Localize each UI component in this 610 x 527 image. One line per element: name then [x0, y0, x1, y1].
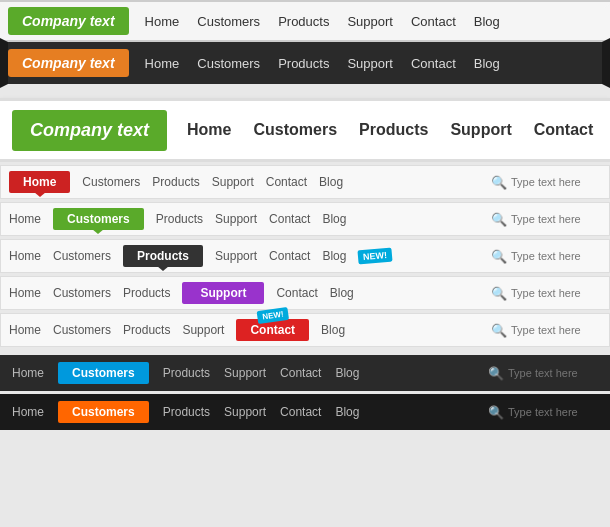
tab-customers-8[interactable]: Customers: [53, 323, 111, 337]
tab-contact-6[interactable]: Contact: [269, 249, 310, 263]
tab-home-5[interactable]: Home: [9, 212, 41, 226]
search-box-6: 🔍: [491, 249, 601, 264]
tab-customers-7[interactable]: Customers: [53, 286, 111, 300]
nav-products-1[interactable]: Products: [278, 14, 329, 29]
nav-blog-1[interactable]: Blog: [474, 14, 500, 29]
nav-links-3: Home Customers Products Support Contact …: [187, 121, 610, 139]
search-input-9[interactable]: [508, 367, 598, 379]
navbar-10: Home Customers Products Support Contact …: [0, 394, 610, 430]
search-input-4[interactable]: [511, 176, 601, 188]
search-icon-8: 🔍: [491, 323, 507, 338]
search-icon-9: 🔍: [488, 366, 504, 381]
search-input-6[interactable]: [511, 250, 601, 262]
new-badge-6: NEW!: [358, 248, 393, 265]
ribbon-right: [602, 38, 610, 88]
ribbon-left: [0, 38, 8, 88]
tab-blog-6[interactable]: Blog: [322, 249, 346, 263]
tab-blog-7[interactable]: Blog: [330, 286, 354, 300]
search-input-10[interactable]: [508, 406, 598, 418]
nav-contact-1[interactable]: Contact: [411, 14, 456, 29]
tab-support-6[interactable]: Support: [215, 249, 257, 263]
tab-contact-9[interactable]: Contact: [280, 366, 321, 380]
tab-contact-7[interactable]: Contact: [276, 286, 317, 300]
tab-home-7[interactable]: Home: [9, 286, 41, 300]
nav-products-3[interactable]: Products: [359, 121, 428, 139]
nav-home-3[interactable]: Home: [187, 121, 231, 139]
navbar-2-wrap: Company text Home Customers Products Sup…: [0, 42, 610, 84]
tab-products-7[interactable]: Products: [123, 286, 170, 300]
tab-blog-5[interactable]: Blog: [322, 212, 346, 226]
nav-support-1[interactable]: Support: [347, 14, 393, 29]
nav-links-2: Home Customers Products Support Contact …: [145, 56, 500, 71]
tab-support-5[interactable]: Support: [215, 212, 257, 226]
logo-3[interactable]: Company text: [12, 110, 167, 151]
tab-customers-active-10[interactable]: Customers: [58, 401, 149, 423]
nav-support-3[interactable]: Support: [450, 121, 511, 139]
search-icon-5: 🔍: [491, 212, 507, 227]
tab-support-4[interactable]: Support: [212, 175, 254, 189]
tab-home-active[interactable]: Home: [9, 171, 70, 193]
nav-blog-2[interactable]: Blog: [474, 56, 500, 71]
search-input-5[interactable]: [511, 213, 601, 225]
search-input-8[interactable]: [511, 324, 601, 336]
nav-products-2[interactable]: Products: [278, 56, 329, 71]
search-box-5: 🔍: [491, 212, 601, 227]
tab-blog-10[interactable]: Blog: [335, 405, 359, 419]
search-box-8: 🔍: [491, 323, 601, 338]
search-icon-7: 🔍: [491, 286, 507, 301]
tab-customers-4[interactable]: Customers: [82, 175, 140, 189]
navbar-5: Home Customers Products Support Contact …: [0, 202, 610, 236]
nav-contact-3[interactable]: Contact: [534, 121, 594, 139]
search-box-7: 🔍: [491, 286, 601, 301]
tab-support-active[interactable]: Support: [182, 282, 264, 304]
tab-products-9[interactable]: Products: [163, 366, 210, 380]
tab-contact-active[interactable]: Contact: [236, 319, 309, 341]
nav-customers-2[interactable]: Customers: [197, 56, 260, 71]
tab-blog-4[interactable]: Blog: [319, 175, 343, 189]
tab-support-8[interactable]: Support: [182, 323, 224, 337]
search-input-7[interactable]: [511, 287, 601, 299]
tab-blog-8[interactable]: Blog: [321, 323, 345, 337]
nav-support-2[interactable]: Support: [347, 56, 393, 71]
tab-products-5[interactable]: Products: [156, 212, 203, 226]
tab-contact-10[interactable]: Contact: [280, 405, 321, 419]
search-box-10: 🔍: [488, 405, 598, 420]
tab-products-10[interactable]: Products: [163, 405, 210, 419]
tab-support-9[interactable]: Support: [224, 366, 266, 380]
navbar-4: Home Customers Products Support Contact …: [0, 165, 610, 199]
logo-1[interactable]: Company text: [8, 7, 129, 35]
nav-links-1: Home Customers Products Support Contact …: [145, 14, 500, 29]
tab-products-4[interactable]: Products: [152, 175, 199, 189]
tab-customers-active[interactable]: Customers: [53, 208, 144, 230]
logo-2[interactable]: Company text: [8, 49, 129, 77]
navbar-8: Home Customers Products Support NEW! Con…: [0, 313, 610, 347]
tab-contact-5[interactable]: Contact: [269, 212, 310, 226]
tab-products-8[interactable]: Products: [123, 323, 170, 337]
tab-blog-9[interactable]: Blog: [335, 366, 359, 380]
search-icon-10: 🔍: [488, 405, 504, 420]
navbar-6: Home Customers Products Support Contact …: [0, 239, 610, 273]
tab-customers-active-9[interactable]: Customers: [58, 362, 149, 384]
nav-customers-3[interactable]: Customers: [253, 121, 337, 139]
navbar-9: Home Customers Products Support Contact …: [0, 355, 610, 391]
tab-home-8[interactable]: Home: [9, 323, 41, 337]
nav-home-1[interactable]: Home: [145, 14, 180, 29]
nav-customers-1[interactable]: Customers: [197, 14, 260, 29]
tab-support-10[interactable]: Support: [224, 405, 266, 419]
navbar-1: Company text Home Customers Products Sup…: [0, 0, 610, 42]
navbar-7: Home Customers Products Support Contact …: [0, 276, 610, 310]
tab-contact-4[interactable]: Contact: [266, 175, 307, 189]
tab-customers-6[interactable]: Customers: [53, 249, 111, 263]
tab-home-10[interactable]: Home: [12, 405, 44, 419]
tab-home-9[interactable]: Home: [12, 366, 44, 380]
search-icon-6: 🔍: [491, 249, 507, 264]
tab-products-active[interactable]: Products: [123, 245, 203, 267]
navbar-2: Company text Home Customers Products Sup…: [0, 42, 610, 84]
nav-home-2[interactable]: Home: [145, 56, 180, 71]
search-icon-4: 🔍: [491, 175, 507, 190]
tab-home-6[interactable]: Home: [9, 249, 41, 263]
nav-contact-2[interactable]: Contact: [411, 56, 456, 71]
tab-contact-wrap: NEW! Contact: [236, 319, 309, 341]
search-box-9: 🔍: [488, 366, 598, 381]
search-box-4: 🔍: [491, 175, 601, 190]
